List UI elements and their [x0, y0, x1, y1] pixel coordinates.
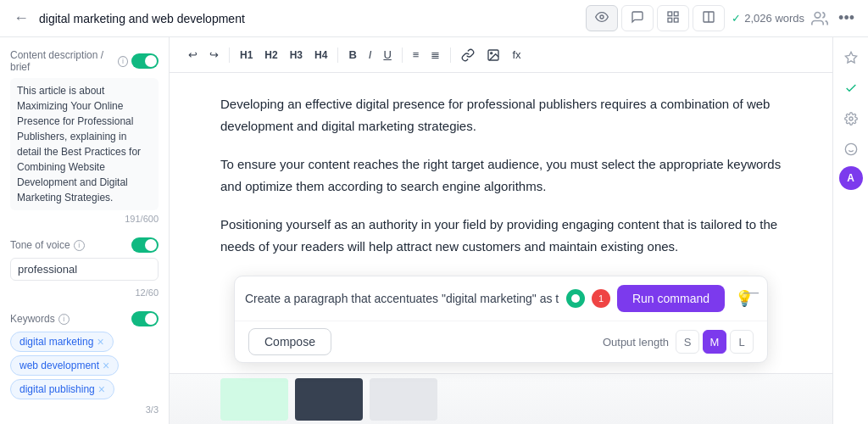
- keyword-count: 3/3: [10, 404, 159, 415]
- toolbar-separator: [337, 47, 338, 63]
- svg-rect-1: [668, 12, 672, 16]
- command-red-icon[interactable]: 1: [592, 289, 610, 308]
- content-brief-label: Content description / brief i: [10, 49, 159, 73]
- keyword-tag: digital publishing ×: [10, 379, 114, 399]
- right-sidebar: A: [832, 37, 868, 424]
- keywords-info-icon[interactable]: i: [58, 314, 70, 325]
- main-layout: Content description / brief i This artic…: [0, 37, 868, 424]
- compose-button[interactable]: Compose: [248, 328, 331, 355]
- tone-label: Tone of voice i: [10, 237, 159, 253]
- right-settings-button[interactable]: [837, 105, 865, 132]
- run-command-button[interactable]: Run command: [617, 285, 725, 312]
- keywords-label: Keywords i: [10, 311, 159, 326]
- svg-point-9: [491, 52, 492, 53]
- check-icon: ✓: [732, 12, 741, 25]
- keyword-remove-btn[interactable]: ×: [103, 359, 109, 372]
- keyword-tag: digital marketing ×: [10, 332, 114, 352]
- tab-eye[interactable]: [586, 5, 618, 31]
- formula-button[interactable]: fx: [507, 45, 526, 64]
- svg-point-7: [815, 12, 821, 18]
- profile-initial: A: [847, 172, 854, 184]
- output-length-label: Output length: [603, 336, 669, 349]
- image-strip: [170, 373, 832, 424]
- output-length: Output length S M L: [603, 330, 754, 354]
- keyword-remove-btn[interactable]: ×: [97, 335, 103, 349]
- italic-button[interactable]: I: [364, 45, 377, 64]
- heading1-button[interactable]: H1: [235, 46, 258, 64]
- command-green-icon[interactable]: [566, 289, 585, 308]
- right-emoji-button[interactable]: [837, 136, 865, 163]
- page-title: digital marketing and web development: [39, 12, 579, 25]
- svg-rect-4: [675, 18, 679, 22]
- underline-button[interactable]: U: [378, 45, 396, 64]
- tone-input[interactable]: [10, 258, 159, 281]
- top-bar: ← digital marketing and web development …: [0, 0, 868, 37]
- length-options: S M L: [676, 330, 754, 354]
- svg-marker-11: [845, 52, 856, 63]
- right-profile-button[interactable]: A: [839, 166, 863, 190]
- svg-point-12: [849, 117, 853, 120]
- content-brief-info-icon[interactable]: i: [118, 56, 128, 67]
- command-box: — 1 Run command 💡 Compose Output leng: [234, 276, 768, 363]
- keyword-remove-btn[interactable]: ×: [98, 382, 105, 396]
- keyword-tag: web development ×: [10, 355, 119, 376]
- back-arrow-icon: ←: [14, 9, 29, 27]
- more-options-button[interactable]: •••: [835, 6, 858, 31]
- length-s-button[interactable]: S: [676, 330, 699, 354]
- heading4-button[interactable]: H4: [309, 46, 332, 64]
- editor-paragraph: Developing an effective digital presence…: [220, 93, 782, 137]
- keyword-tags-list: digital marketing × web development × di…: [10, 332, 159, 399]
- editor-paragraph: Positioning yourself as an authority in …: [220, 214, 782, 257]
- svg-point-10: [571, 294, 580, 303]
- svg-rect-2: [675, 12, 679, 16]
- tone-section: Tone of voice i 12/60: [10, 237, 159, 298]
- tab-split[interactable]: [693, 5, 725, 31]
- toolbar-separator: [402, 47, 403, 63]
- tone-char-count: 12/60: [10, 287, 159, 298]
- bold-button[interactable]: B: [343, 45, 361, 64]
- command-footer: Compose Output length S M L: [235, 321, 767, 362]
- svg-point-0: [600, 15, 604, 19]
- command-input[interactable]: [245, 292, 559, 305]
- left-sidebar: Content description / brief i This artic…: [0, 37, 170, 424]
- tone-info-icon[interactable]: i: [74, 240, 85, 251]
- command-box-wrapper: — 1 Run command 💡 Compose Output leng: [170, 276, 832, 373]
- tone-toggle[interactable]: [131, 237, 159, 253]
- svg-point-13: [845, 143, 856, 154]
- image-thumbnail: [370, 378, 437, 421]
- editor-paragraph: To ensure your content reaches the right…: [220, 153, 782, 197]
- length-l-button[interactable]: L: [730, 330, 754, 354]
- length-m-button[interactable]: M: [703, 330, 726, 354]
- content-brief-char-count: 191/600: [10, 214, 159, 224]
- image-button[interactable]: [481, 45, 505, 65]
- image-thumbnail: [220, 378, 288, 421]
- keywords-toggle[interactable]: [131, 311, 159, 326]
- command-input-row: 1 Run command 💡: [235, 276, 767, 321]
- content-brief-text: This article is about Maximizing Your On…: [10, 78, 159, 210]
- undo-button[interactable]: ↩: [183, 45, 203, 64]
- toolbar-separator: [450, 47, 451, 63]
- image-thumbnail: [295, 378, 363, 421]
- content-brief-section: Content description / brief i This artic…: [10, 49, 159, 224]
- ordered-list-button[interactable]: ≡: [408, 45, 425, 64]
- link-button[interactable]: [456, 45, 480, 65]
- word-count: ✓ 2,026 words: [732, 12, 804, 25]
- view-tabs: [586, 5, 725, 31]
- heading2-button[interactable]: H2: [259, 46, 282, 64]
- svg-rect-3: [668, 18, 672, 22]
- keywords-section: Keywords i digital marketing × web devel…: [10, 311, 159, 415]
- right-star-button[interactable]: [837, 44, 865, 71]
- editor-scroll[interactable]: Developing an effective digital presence…: [170, 73, 832, 424]
- editor-area: ↩ ↪ H1 H2 H3 H4 B I U ≡ ≣ fx: [170, 37, 832, 424]
- collapse-icon[interactable]: —: [743, 283, 759, 301]
- redo-button[interactable]: ↪: [204, 45, 224, 64]
- users-icon: [811, 10, 828, 27]
- right-check-button[interactable]: [837, 75, 865, 102]
- back-button[interactable]: ←: [10, 6, 32, 31]
- content-brief-toggle[interactable]: [131, 53, 159, 69]
- tab-layout[interactable]: [657, 5, 689, 31]
- unordered-list-button[interactable]: ≣: [426, 45, 445, 64]
- editor-content[interactable]: Developing an effective digital presence…: [170, 73, 832, 276]
- tab-chat[interactable]: [621, 5, 654, 31]
- heading3-button[interactable]: H3: [285, 46, 308, 64]
